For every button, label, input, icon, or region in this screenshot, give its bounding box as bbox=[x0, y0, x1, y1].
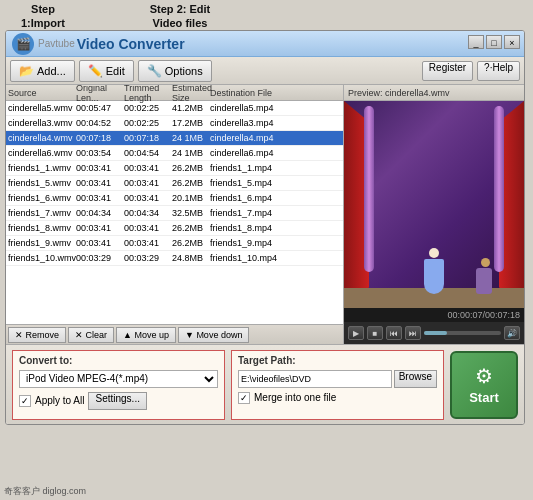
start-button[interactable]: ⚙ Start bbox=[450, 351, 518, 419]
title-bar: 🎬 Pavtube Video Converter _ □ × bbox=[6, 31, 524, 57]
minimize-button[interactable]: _ bbox=[468, 35, 484, 49]
cell-est: 41.2MB bbox=[172, 103, 210, 113]
cell-orig: 00:04:52 bbox=[76, 118, 124, 128]
cell-source: cinderella4.wmv bbox=[6, 133, 76, 143]
cell-source: friends1_8.wmv bbox=[6, 223, 76, 233]
move-down-button[interactable]: ▼ Move down bbox=[178, 327, 249, 343]
cell-dest: friends1_1.mp4 bbox=[210, 163, 343, 173]
cell-source: friends1_1.wmv bbox=[6, 163, 76, 173]
window-controls: _ □ × bbox=[468, 35, 520, 49]
app-logo: 🎬 bbox=[12, 33, 34, 55]
volume-button[interactable]: 🔊 bbox=[504, 326, 520, 340]
file-list-area: Source Original Len... Trimmed Length Es… bbox=[6, 85, 344, 344]
options-icon: 🔧 bbox=[147, 64, 162, 78]
cell-source: friends1_9.wmv bbox=[6, 238, 76, 248]
cell-est: 20.1MB bbox=[172, 193, 210, 203]
preview-slider[interactable] bbox=[424, 331, 501, 335]
table-rows: cinderella5.wmv 00:05:47 00:02:25 41.2MB… bbox=[6, 101, 343, 266]
header-orig: Original Len... bbox=[76, 85, 124, 103]
table-row[interactable]: friends1_10.wmv 00:03:29 00:03:29 24.8MB… bbox=[6, 251, 343, 266]
cell-orig: 00:03:41 bbox=[76, 193, 124, 203]
add-icon: 📂 bbox=[19, 64, 34, 78]
preview-controls: ▶ ■ ⏮ ⏭ 🔊 bbox=[344, 322, 524, 344]
move-up-button[interactable]: ▲ Move up bbox=[116, 327, 176, 343]
main-content: Source Original Len... Trimmed Length Es… bbox=[6, 85, 524, 344]
table-row[interactable]: cinderella5.wmv 00:05:47 00:02:25 41.2MB… bbox=[6, 101, 343, 116]
table-row[interactable]: friends1_1.wmv 00:03:41 00:03:41 26.2MB … bbox=[6, 161, 343, 176]
merge-label: Merge into one file bbox=[254, 392, 336, 403]
cell-est: 24 1MB bbox=[172, 133, 210, 143]
merge-checkbox[interactable]: ✓ bbox=[238, 392, 250, 404]
cell-orig: 00:07:18 bbox=[76, 133, 124, 143]
header-source: Source bbox=[6, 88, 76, 98]
frame-back-button[interactable]: ⏮ bbox=[386, 326, 402, 340]
convert-select[interactable]: iPod Video MPEG-4(*.mp4) bbox=[19, 370, 218, 388]
options-button[interactable]: 🔧 Options bbox=[138, 60, 212, 82]
cell-trim: 00:04:54 bbox=[124, 148, 172, 158]
header-dest: Destination File bbox=[210, 88, 343, 98]
settings-button[interactable]: Settings... bbox=[88, 392, 146, 410]
preview-time: 00:00:07/00:07:18 bbox=[344, 308, 524, 322]
add-button[interactable]: 📂 Add... bbox=[10, 60, 75, 82]
table-row[interactable]: friends1_9.wmv 00:03:41 00:03:41 26.2MB … bbox=[6, 236, 343, 251]
edit-icon: ✏️ bbox=[88, 64, 103, 78]
table-row[interactable]: cinderella6.wmv 00:03:54 00:04:54 24 1MB… bbox=[6, 146, 343, 161]
target-input-row: Browse bbox=[238, 370, 437, 388]
frame-forward-button[interactable]: ⏭ bbox=[405, 326, 421, 340]
convert-row: ✓ Apply to All Settings... bbox=[19, 392, 218, 410]
preview-label: Preview: cinderella4.wmv bbox=[344, 85, 524, 101]
app-window: 🎬 Pavtube Video Converter _ □ × 📂 Add...… bbox=[5, 30, 525, 425]
preview-video bbox=[344, 101, 524, 308]
cell-source: cinderella3.wmv bbox=[6, 118, 76, 128]
table-row[interactable]: friends1_7.wmv 00:04:34 00:04:34 32.5MB … bbox=[6, 206, 343, 221]
column-right bbox=[494, 106, 504, 272]
cell-source: friends1_6.wmv bbox=[6, 193, 76, 203]
cell-orig: 00:03:41 bbox=[76, 238, 124, 248]
clear-button[interactable]: ✕ Clear bbox=[68, 327, 114, 343]
table-row[interactable]: friends1_5.wmv 00:03:41 00:03:41 26.2MB … bbox=[6, 176, 343, 191]
table-row[interactable]: cinderella4.wmv 00:07:18 00:07:18 24 1MB… bbox=[6, 131, 343, 146]
play-button[interactable]: ▶ bbox=[348, 326, 364, 340]
column-left bbox=[364, 106, 374, 272]
table-row[interactable]: friends1_6.wmv 00:03:41 00:03:41 20.1MB … bbox=[6, 191, 343, 206]
cell-dest: friends1_7.mp4 bbox=[210, 208, 343, 218]
cell-est: 24 1MB bbox=[172, 148, 210, 158]
close-button[interactable]: × bbox=[504, 35, 520, 49]
edit-button[interactable]: ✏️ Edit bbox=[79, 60, 134, 82]
cell-est: 17.2MB bbox=[172, 118, 210, 128]
cell-source: friends1_5.wmv bbox=[6, 178, 76, 188]
cell-orig: 00:03:54 bbox=[76, 148, 124, 158]
file-table: Source Original Len... Trimmed Length Es… bbox=[6, 85, 343, 324]
cell-orig: 00:03:41 bbox=[76, 163, 124, 173]
convert-label: Convert to: bbox=[19, 355, 218, 366]
cell-dest: friends1_5.mp4 bbox=[210, 178, 343, 188]
browse-button[interactable]: Browse bbox=[394, 370, 437, 388]
cell-trim: 00:03:41 bbox=[124, 178, 172, 188]
cell-est: 24.8MB bbox=[172, 253, 210, 263]
table-row[interactable]: cinderella3.wmv 00:04:52 00:02:25 17.2MB… bbox=[6, 116, 343, 131]
target-path-input[interactable] bbox=[238, 370, 392, 388]
app-title: Video Converter bbox=[77, 36, 185, 52]
start-icon: ⚙ bbox=[475, 364, 493, 388]
register-button[interactable]: Register bbox=[422, 61, 473, 81]
cell-dest: cinderella6.mp4 bbox=[210, 148, 343, 158]
apply-all-checkbox[interactable]: ✓ bbox=[19, 395, 31, 407]
remove-button[interactable]: ✕ Remove bbox=[8, 327, 66, 343]
restore-button[interactable]: □ bbox=[486, 35, 502, 49]
header-est: Estimated Size bbox=[172, 85, 210, 103]
apply-all-label: Apply to All bbox=[35, 395, 84, 406]
cell-trim: 00:03:41 bbox=[124, 223, 172, 233]
cell-orig: 00:03:41 bbox=[76, 178, 124, 188]
file-controls: ✕ Remove ✕ Clear ▲ Move up ▼ Move down bbox=[6, 324, 343, 344]
cell-est: 26.2MB bbox=[172, 223, 210, 233]
cell-trim: 00:04:34 bbox=[124, 208, 172, 218]
table-row[interactable]: friends1_8.wmv 00:03:41 00:03:41 26.2MB … bbox=[6, 221, 343, 236]
step2-label: Step 2: Edit Video files bbox=[140, 2, 220, 31]
start-label: Start bbox=[469, 390, 499, 405]
stop-button[interactable]: ■ bbox=[367, 326, 383, 340]
help-button[interactable]: ?·Help bbox=[477, 61, 520, 81]
cell-orig: 00:04:34 bbox=[76, 208, 124, 218]
table-header: Source Original Len... Trimmed Length Es… bbox=[6, 85, 343, 101]
cell-dest: friends1_6.mp4 bbox=[210, 193, 343, 203]
cell-trim: 00:02:25 bbox=[124, 118, 172, 128]
